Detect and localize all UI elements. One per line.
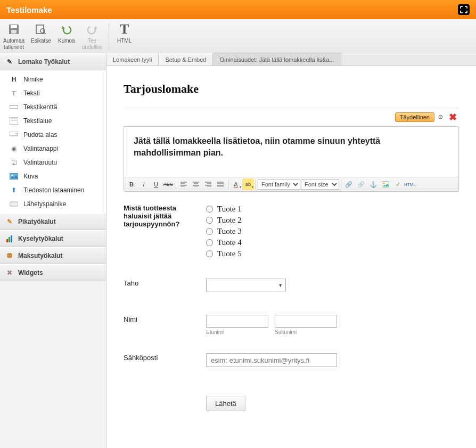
sidebar-section-quick-tools[interactable]: ✎Pikatyökalut: [0, 213, 106, 230]
toolbar-label: Esikatse: [31, 38, 51, 44]
highlight-button[interactable]: ab▾: [242, 178, 254, 190]
sidebar-item-image[interactable]: Kuva: [0, 169, 106, 183]
radio-option[interactable]: Tuote 2: [206, 215, 459, 226]
svg-rect-15: [9, 237, 10, 242]
sidebar-item-textfield[interactable]: Tekstikenttä: [0, 100, 106, 114]
tabs: Lomakeen tyyli Setup & Embed Ominaisuude…: [106, 53, 476, 66]
tab-label: Ominaisuudet: Jätä tällä lomakkeella lis…: [219, 56, 334, 63]
first-name-input[interactable]: [206, 315, 268, 328]
text-color-button[interactable]: A▾: [230, 178, 242, 190]
radio-label: Tuote 4: [217, 238, 242, 247]
window-title: Testilomake: [6, 5, 52, 14]
align-right-button[interactable]: [202, 178, 214, 190]
align-justify-button[interactable]: [215, 178, 226, 190]
sidebar-item-label: Kuva: [23, 173, 38, 180]
sidebar-section-payment-tools[interactable]: ⛃Maksutyökalut: [0, 247, 106, 264]
sidebar-item-text[interactable]: TTeksti: [0, 86, 106, 100]
radio-input[interactable]: [206, 217, 213, 224]
sidebar-item-label: Nimike: [23, 76, 43, 83]
radio-input[interactable]: [206, 239, 213, 246]
sidebar-item-textarea[interactable]: Tekstialue: [0, 114, 106, 128]
svg-rect-7: [10, 117, 18, 125]
radio-input[interactable]: [206, 228, 213, 235]
italic-button[interactable]: I: [138, 178, 150, 190]
radio-option[interactable]: Tuote 3: [206, 226, 459, 237]
form-row-product: Mistä tuotteesta haluaisit jättää tarjou…: [124, 192, 459, 259]
toolbar-html[interactable]: T HTML: [112, 20, 137, 53]
preview-icon: [34, 22, 48, 36]
bold-button[interactable]: B: [126, 178, 137, 190]
text-icon: T: [10, 89, 18, 97]
cleanup-button[interactable]: ✓: [392, 178, 404, 190]
sidebar-item-label: Tekstikenttä: [23, 103, 57, 111]
radio-option[interactable]: Tuote 1: [206, 203, 459, 215]
sidebar-item-dropdown[interactable]: Pudota alas: [0, 128, 106, 142]
rte-separator: [228, 180, 228, 189]
last-name-col: Sukunimi: [275, 315, 337, 335]
field-control: Lähetä: [206, 396, 459, 411]
underline-button[interactable]: U: [150, 178, 162, 190]
radio-option[interactable]: Tuote 4: [206, 237, 459, 248]
toolbar-save[interactable]: Automaa tallennet: [0, 20, 28, 53]
spacer: [124, 396, 206, 411]
sidebar-item-submit[interactable]: Lähetyspainike: [0, 197, 106, 211]
redo-icon: [85, 22, 99, 36]
radio-input[interactable]: [206, 206, 213, 213]
sidebar-section-survey-tools[interactable]: Kyselytyökalut: [0, 230, 106, 247]
sidebar-item-heading[interactable]: HNimike: [0, 72, 106, 86]
toolbar-redo[interactable]: Tee uudellee: [79, 20, 105, 53]
link-button[interactable]: 🔗: [343, 178, 355, 190]
submit-button[interactable]: Lähetä: [206, 396, 245, 411]
sidebar-item-upload[interactable]: ⬆Tiedoston lataaminen: [0, 183, 106, 197]
svg-point-34: [383, 183, 385, 184]
rte-toolbar: B I U ABC A▾ ab▾ Font family Font size: [124, 177, 458, 191]
pencil-icon: ✎: [5, 217, 14, 226]
email-input[interactable]: [206, 353, 337, 367]
textfield-icon: [10, 103, 18, 111]
sidebar-item-radio[interactable]: ◉Valintanappi: [0, 142, 106, 156]
image-button[interactable]: [380, 178, 391, 190]
rte-separator: [256, 180, 256, 189]
tab-properties[interactable]: Ominaisuudet: Jätä tällä lomakkeella lis…: [213, 53, 341, 66]
font-family-select[interactable]: Font family: [258, 179, 300, 190]
expand-icon[interactable]: [458, 4, 470, 15]
align-center-button[interactable]: [190, 178, 202, 190]
strikethrough-button[interactable]: ABC: [162, 178, 174, 190]
toolbar-undo[interactable]: Kumoa: [54, 20, 79, 53]
complete-button[interactable]: Täydellinen: [395, 112, 434, 122]
toolbar-separator: [109, 23, 109, 50]
close-icon[interactable]: ✖: [447, 111, 459, 123]
font-size-select[interactable]: Font size: [301, 179, 339, 190]
rte-content[interactable]: Jätä tällä lomakkeella lisätietoa, niin …: [124, 127, 458, 177]
align-left-button[interactable]: [178, 178, 190, 190]
radio-option[interactable]: Tuote 5: [206, 248, 459, 259]
radio-label: Tuote 5: [217, 249, 242, 258]
radio-icon: ◉: [10, 144, 18, 153]
svg-rect-11: [10, 173, 18, 180]
sidebar-item-checkbox[interactable]: ☑Valintaruutu: [0, 156, 106, 169]
svg-point-4: [40, 29, 45, 33]
taho-select[interactable]: ▾: [206, 279, 286, 291]
sidebar-section-form-tools[interactable]: ✎ Lomake Työkalut: [0, 53, 106, 70]
unlink-button[interactable]: 🔗: [355, 178, 367, 190]
sidebar-item-label: Valintaruutu: [23, 159, 57, 166]
textarea-icon: [10, 117, 18, 125]
toolbar-preview[interactable]: Esikatse: [28, 20, 54, 53]
main-area: ✎ Lomake Työkalut HNimike TTeksti Teksti…: [0, 53, 476, 448]
first-name-sublabel: Etunimi: [206, 329, 268, 335]
sidebar-section-label: Kyselytyökalut: [18, 235, 63, 242]
gear-icon[interactable]: ⚙: [438, 113, 444, 121]
tab-setup[interactable]: Setup & Embed: [159, 53, 213, 66]
field-label: Mistä tuotteesta haluaisit jättää tarjou…: [124, 203, 206, 259]
html-source-button[interactable]: HTML: [404, 178, 416, 190]
pencil-icon: ✎: [5, 58, 14, 66]
anchor-button[interactable]: ⚓: [367, 178, 379, 190]
html-icon: T: [118, 22, 132, 36]
svg-rect-33: [382, 181, 389, 188]
tab-style[interactable]: Lomakeen tyyli: [106, 53, 159, 66]
dropdown-icon: [10, 131, 18, 139]
radio-input[interactable]: [206, 250, 213, 257]
sidebar-section-label: Pikatyökalut: [18, 218, 56, 225]
sidebar-section-widgets[interactable]: ✖Widgets: [0, 264, 106, 281]
last-name-input[interactable]: [275, 315, 337, 328]
